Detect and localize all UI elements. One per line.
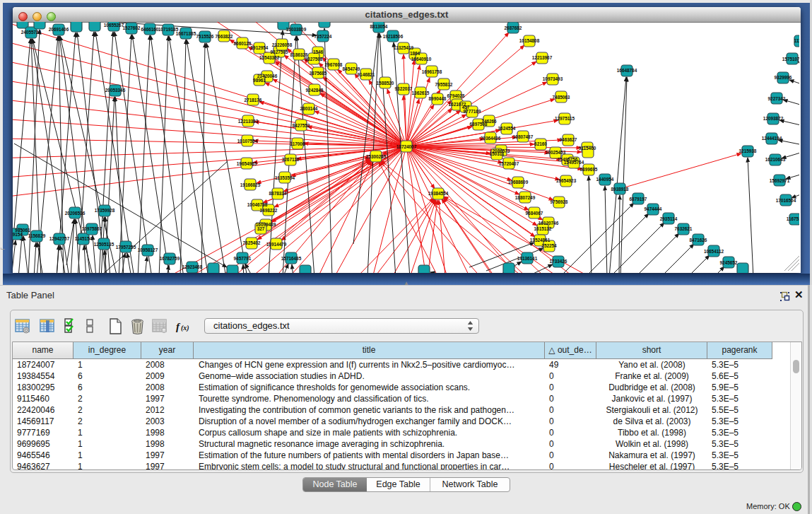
svg-text:2687682: 2687682: [505, 25, 522, 30]
svg-text:16648784: 16648784: [617, 68, 637, 73]
svg-text:1615132: 1615132: [534, 226, 552, 231]
svg-text:20206536: 20206536: [65, 211, 86, 216]
svg-text:9146821: 9146821: [358, 72, 375, 77]
svg-text:20364436: 20364436: [481, 136, 501, 141]
svg-text:7485063: 7485063: [553, 95, 570, 100]
svg-text:9756928: 9756928: [551, 199, 568, 204]
svg-text:12942757: 12942757: [49, 236, 70, 241]
svg-text:12923468: 12923468: [182, 264, 203, 269]
svg-text:1527602: 1527602: [123, 25, 141, 30]
svg-text:1546: 1546: [313, 49, 324, 54]
svg-text:19218506: 19218506: [383, 34, 404, 39]
svg-text:746266: 746266: [481, 119, 497, 124]
svg-text:16120746: 16120746: [539, 221, 559, 226]
svg-text:8813054: 8813054: [370, 24, 388, 29]
svg-text:10543362: 10543362: [259, 55, 280, 60]
svg-text:15692971: 15692971: [770, 178, 790, 183]
svg-text:7632621: 7632621: [675, 226, 693, 231]
svg-text:10154808: 10154808: [519, 38, 540, 43]
svg-text:3875685: 3875685: [310, 71, 327, 76]
svg-text:7663822: 7663822: [216, 34, 233, 39]
svg-text:9327505: 9327505: [271, 49, 288, 54]
svg-text:16961758: 16961758: [422, 69, 442, 74]
svg-text:8454749: 8454749: [343, 66, 360, 71]
svg-text:16640910: 16640910: [411, 57, 432, 62]
svg-text:10973493: 10973493: [543, 76, 563, 81]
svg-text:1864: 1864: [410, 51, 420, 56]
svg-text:2967608: 2967608: [325, 62, 343, 67]
svg-text:10655267: 10655267: [104, 23, 124, 28]
svg-text:6466160: 6466160: [141, 27, 159, 32]
svg-text:12975115: 12975115: [555, 116, 575, 121]
svg-text:9227342: 9227342: [768, 96, 786, 101]
svg-text:19166825: 19166825: [240, 182, 261, 187]
svg-text:17016504: 17016504: [776, 198, 796, 203]
svg-text:8660128: 8660128: [234, 41, 252, 46]
svg-text:18724007: 18724007: [396, 144, 417, 149]
svg-text:327: 327: [257, 226, 265, 231]
svg-text:10807487: 10807487: [513, 134, 534, 139]
svg-text:10958127: 10958127: [138, 247, 158, 252]
svg-text:12505135: 12505135: [94, 242, 114, 247]
svg-text:9457791: 9457791: [234, 256, 252, 261]
svg-text:1167533: 1167533: [787, 216, 799, 221]
svg-text:9777169: 9777169: [464, 109, 481, 114]
svg-text:16782759: 16782759: [160, 256, 180, 261]
svg-text:12213383: 12213383: [238, 119, 259, 124]
svg-text:11353594: 11353594: [275, 175, 295, 180]
svg-text:8427552: 8427552: [293, 123, 310, 128]
svg-text:10025453: 10025453: [546, 150, 566, 155]
svg-text:1588520: 1588520: [377, 81, 394, 86]
svg-text:10975867: 10975867: [82, 226, 102, 231]
svg-text:7625402: 7625402: [243, 240, 261, 245]
svg-text:6899695: 6899695: [580, 167, 598, 172]
svg-text:8912954: 8912954: [251, 45, 269, 50]
svg-text:1733426: 1733426: [550, 259, 567, 264]
svg-text:18807249: 18807249: [515, 195, 536, 200]
svg-text:1362615: 1362615: [412, 90, 430, 95]
svg-text:(x): (x): [181, 324, 189, 332]
svg-text:9684067: 9684067: [526, 211, 543, 216]
svg-text:9329996: 9329996: [775, 75, 792, 80]
svg-text:13524861: 13524861: [530, 238, 551, 243]
svg-text:19654985: 19654985: [237, 161, 257, 166]
svg-text:17957255: 17957255: [116, 245, 136, 250]
svg-text:150311: 150311: [490, 151, 505, 156]
svg-text:8938918: 8938918: [611, 187, 629, 192]
svg-text:f: f: [176, 321, 181, 332]
svg-text:14136141: 14136141: [517, 256, 538, 261]
svg-text:20053346: 20053346: [105, 88, 126, 93]
svg-text:8878334: 8878334: [269, 191, 287, 196]
svg-text:15751074: 15751074: [782, 57, 799, 62]
svg-text:15716485: 15716485: [281, 256, 302, 261]
svg-text:7515526: 7515526: [196, 34, 214, 39]
svg-text:9474444: 9474444: [645, 206, 662, 211]
svg-text:1498222: 1498222: [260, 208, 278, 213]
svg-text:10688609: 10688609: [508, 180, 529, 185]
svg-text:11125: 11125: [794, 38, 799, 43]
svg-text:8471626: 8471626: [690, 238, 707, 243]
svg-text:20691406: 20691406: [49, 27, 69, 32]
svg-text:7357224: 7357224: [314, 34, 332, 39]
svg-text:25300285: 25300285: [366, 154, 387, 159]
svg-text:9115460: 9115460: [579, 146, 596, 151]
svg-text:12213967: 12213967: [532, 55, 553, 60]
svg-text:2803144: 2803144: [300, 106, 318, 111]
svg-text:62160: 62160: [534, 141, 547, 146]
svg-text:15720407: 15720407: [499, 161, 519, 166]
svg-text:9463627: 9463627: [560, 137, 577, 142]
svg-text:12444194: 12444194: [762, 136, 782, 141]
svg-text:23226058: 23226058: [272, 42, 293, 47]
svg-text:9242848: 9242848: [306, 88, 324, 93]
svg-text:1145154: 1145154: [75, 236, 93, 241]
svg-text:3215938: 3215938: [739, 148, 757, 153]
svg-text:117006: 117006: [290, 141, 305, 146]
svg-text:3267110: 3267110: [282, 157, 300, 162]
svg-text:2935114: 2935114: [660, 216, 678, 221]
svg-text:19654923: 19654923: [556, 178, 577, 183]
svg-text:16671385: 16671385: [176, 31, 196, 36]
svg-text:9327508: 9327508: [305, 57, 323, 62]
svg-text:16914479: 16914479: [266, 242, 287, 247]
svg-text:7955812: 7955812: [435, 82, 453, 87]
svg-text:10654112: 10654112: [704, 249, 724, 254]
